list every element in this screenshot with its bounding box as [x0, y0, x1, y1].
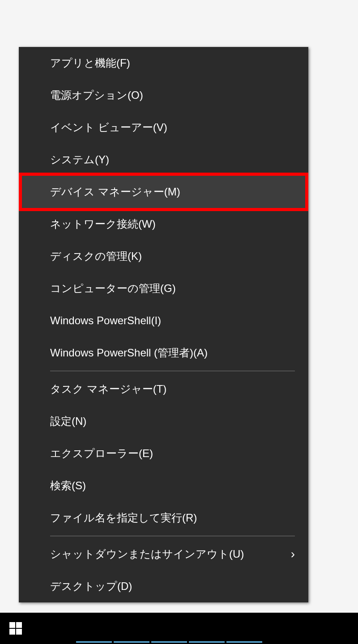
menu-item-label: 検索(S): [50, 479, 86, 493]
menu-item-label: コンピューターの管理(G): [50, 281, 176, 296]
menu-item-apps-features[interactable]: アプリと機能(F): [19, 47, 308, 79]
menu-item-label: デバイス マネージャー(M): [50, 185, 180, 199]
menu-divider: [50, 371, 295, 371]
menu-item-label: Windows PowerShell(I): [50, 314, 161, 327]
menu-divider: [50, 536, 295, 536]
menu-item-network-connections[interactable]: ネットワーク接続(W): [19, 208, 308, 240]
winx-context-menu: アプリと機能(F)電源オプション(O)イベント ビューアー(V)システム(Y)デ…: [19, 47, 308, 602]
menu-item-run[interactable]: ファイル名を指定して実行(R): [19, 502, 308, 534]
menu-item-label: 電源オプション(O): [50, 88, 143, 102]
menu-item-computer-management[interactable]: コンピューターの管理(G): [19, 272, 308, 305]
menu-item-label: 設定(N): [50, 414, 86, 428]
menu-item-label: Windows PowerShell (管理者)(A): [50, 346, 208, 360]
windows-logo-icon: [9, 622, 22, 635]
taskbar-indicator[interactable]: [76, 641, 112, 643]
menu-item-shutdown-signout[interactable]: シャットダウンまたはサインアウト(U)›: [19, 538, 308, 570]
menu-item-settings[interactable]: 設定(N): [19, 405, 308, 437]
menu-item-desktop[interactable]: デスクトップ(D): [19, 570, 308, 602]
menu-item-label: イベント ビューアー(V): [50, 120, 167, 135]
menu-item-label: ディスクの管理(K): [50, 249, 142, 263]
menu-item-system[interactable]: システム(Y): [19, 144, 308, 176]
taskbar-indicator[interactable]: [226, 641, 262, 643]
menu-item-label: システム(Y): [50, 153, 109, 167]
menu-item-event-viewer[interactable]: イベント ビューアー(V): [19, 111, 308, 144]
chevron-right-icon: ›: [291, 547, 295, 561]
taskbar-indicator[interactable]: [114, 641, 149, 643]
menu-item-powershell-admin[interactable]: Windows PowerShell (管理者)(A): [19, 337, 308, 369]
menu-item-disk-management[interactable]: ディスクの管理(K): [19, 240, 308, 272]
menu-item-search[interactable]: 検索(S): [19, 470, 308, 502]
menu-item-label: ファイル名を指定して実行(R): [50, 511, 197, 525]
menu-item-explorer[interactable]: エクスプローラー(E): [19, 437, 308, 470]
taskbar: [0, 613, 358, 644]
menu-item-label: アプリと機能(F): [50, 56, 130, 70]
taskbar-indicator[interactable]: [189, 641, 225, 643]
start-button[interactable]: [0, 613, 31, 644]
menu-item-task-manager[interactable]: タスク マネージャー(T): [19, 373, 308, 405]
menu-item-label: デスクトップ(D): [50, 579, 132, 593]
menu-item-powershell[interactable]: Windows PowerShell(I): [19, 305, 308, 337]
taskbar-indicator[interactable]: [151, 641, 187, 643]
menu-item-label: ネットワーク接続(W): [50, 217, 156, 231]
menu-item-device-manager[interactable]: デバイス マネージャー(M): [19, 173, 308, 211]
taskbar-items: [31, 614, 262, 643]
menu-item-power-options[interactable]: 電源オプション(O): [19, 79, 308, 111]
menu-item-label: シャットダウンまたはサインアウト(U): [50, 547, 244, 561]
menu-item-label: タスク マネージャー(T): [50, 382, 166, 396]
menu-item-label: エクスプローラー(E): [50, 446, 153, 461]
